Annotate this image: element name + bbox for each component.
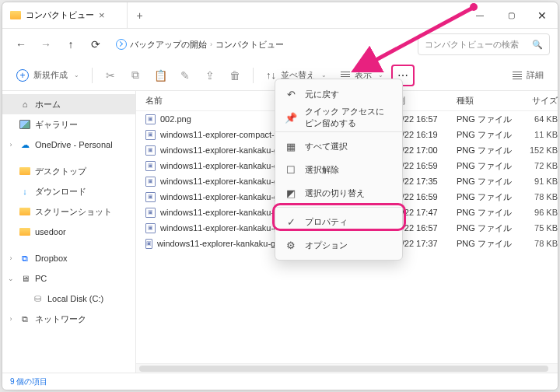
tab-current[interactable]: コンパクトビュー ×	[2, 2, 128, 29]
menu-item-invert[interactable]: ◩選択の切り替え	[275, 181, 402, 205]
sidebar-label: PC	[35, 274, 47, 283]
search-input[interactable]: コンパクトビューの検索 🔍	[418, 33, 550, 55]
file-name: windows11-explorer-kankaku-gy	[160, 177, 283, 186]
new-button[interactable]: + 新規作成 ⌄	[10, 64, 86, 87]
file-size: 78 KB	[519, 192, 558, 201]
expand-icon[interactable]: ›	[7, 315, 15, 323]
menu-item-undo[interactable]: ↶元に戻す	[275, 82, 402, 106]
separator	[253, 68, 254, 83]
sidebar-item-downloads[interactable]: ↓ダウンロード	[2, 181, 135, 201]
sidebar-item-home[interactable]: ⌂ホーム	[2, 94, 135, 114]
address-bar: ← → ↑ ⟳ バックアップの開始 › コンパクトビュー コンパクトビューの検索…	[2, 29, 558, 60]
sidebar-item-dropbox[interactable]: ›⧉Dropbox	[2, 248, 135, 268]
expand-icon[interactable]: ›	[7, 254, 15, 262]
forward-button[interactable]: →	[35, 33, 57, 55]
file-name: windows11-explorer-kankaku-gy	[160, 161, 283, 170]
back-button[interactable]: ←	[10, 33, 32, 55]
menu-item-select-none[interactable]: ☐選択解除	[275, 158, 402, 181]
sidebar-item-usedoor[interactable]: usedoor	[2, 222, 135, 242]
expand-icon[interactable]: ›	[7, 141, 15, 149]
folder-icon	[19, 166, 30, 177]
file-type: PNG ファイル	[457, 238, 519, 250]
sidebar: ⌂ホーム ギャラリー ›☁OneDrive - Personal デスクトップ …	[2, 91, 136, 373]
file-type: PNG ファイル	[457, 176, 519, 187]
folder-icon	[19, 226, 30, 237]
select-none-icon: ☐	[285, 164, 297, 176]
breadcrumb-part[interactable]: バックアップの開始	[130, 39, 207, 51]
search-icon: 🔍	[532, 40, 543, 50]
file-size: 78 KB	[519, 239, 558, 248]
chevron-down-icon: ⌄	[378, 72, 383, 79]
png-file-icon: ▣	[145, 208, 156, 218]
sidebar-item-pc[interactable]: ⌄🖥PC	[2, 268, 135, 289]
delete-button[interactable]: 🗑	[223, 64, 247, 87]
details-icon	[513, 72, 522, 79]
collapse-icon[interactable]: ⌄	[7, 275, 15, 282]
file-type: PNG ファイル	[457, 114, 519, 125]
sidebar-label: ネットワーク	[35, 313, 86, 325]
refresh-button[interactable]: ⟳	[85, 33, 107, 55]
close-button[interactable]: ✕	[527, 2, 558, 29]
plus-icon: +	[16, 69, 29, 82]
menu-separator	[275, 131, 402, 132]
tab-title: コンパクトビュー	[26, 9, 94, 21]
minimize-button[interactable]: ―	[464, 2, 495, 29]
status-bar: 9 個の項目	[2, 373, 558, 390]
new-label: 新規作成	[33, 69, 68, 81]
dropbox-icon: ⧉	[19, 253, 30, 264]
details-pane-button[interactable]: 詳細	[506, 64, 550, 87]
maximize-button[interactable]: ▢	[495, 2, 527, 29]
menu-label: 選択解除	[305, 164, 339, 176]
tab-close-icon[interactable]: ×	[99, 9, 105, 21]
up-button[interactable]: ↑	[60, 33, 82, 55]
sidebar-item-gallery[interactable]: ギャラリー	[2, 114, 135, 135]
title-bar: コンパクトビュー × + ― ▢ ✕	[2, 2, 558, 29]
network-icon: ⧉	[19, 313, 30, 324]
column-type[interactable]: 種類	[457, 95, 519, 107]
separator	[92, 68, 93, 83]
menu-item-select-all[interactable]: ▦すべて選択	[275, 135, 402, 158]
file-type: PNG ファイル	[457, 160, 519, 172]
png-file-icon: ▣	[145, 114, 156, 124]
sidebar-item-desktop[interactable]: デスクトップ	[2, 161, 135, 181]
rename-button[interactable]: ✎	[173, 64, 197, 87]
search-placeholder: コンパクトビューの検索	[425, 39, 519, 51]
png-file-icon: ▣	[145, 130, 156, 140]
menu-label: 元に戻す	[305, 89, 339, 100]
menu-item-pin[interactable]: 📌クイック アクセスにピン留めする	[275, 106, 402, 129]
pin-icon: 📌	[285, 112, 297, 124]
sidebar-label: デスクトップ	[35, 166, 86, 177]
paste-button[interactable]: 📋	[149, 64, 172, 87]
file-type: PNG ファイル	[457, 207, 519, 219]
sidebar-label: Dropbox	[35, 254, 68, 263]
file-size: 152 KB	[519, 145, 558, 155]
sidebar-item-localdisk[interactable]: ⛁Local Disk (C:)	[2, 289, 135, 309]
column-size[interactable]: サイズ	[519, 95, 558, 107]
cut-button[interactable]: ✂	[99, 64, 122, 87]
menu-label: 選択の切り替え	[305, 187, 365, 199]
sidebar-item-onedrive[interactable]: ›☁OneDrive - Personal	[2, 135, 135, 155]
chevron-right-icon: ›	[210, 40, 212, 48]
sidebar-label: ホーム	[35, 99, 61, 110]
select-all-icon: ▦	[285, 141, 297, 152]
horizontal-scrollbar[interactable]	[136, 363, 558, 373]
breadcrumb[interactable]: バックアップの開始 › コンパクトビュー	[116, 39, 284, 51]
menu-item-options[interactable]: ⚙オプション	[275, 233, 402, 257]
more-context-menu: ↶元に戻す 📌クイック アクセスにピン留めする ▦すべて選択 ☐選択解除 ◩選択…	[275, 79, 403, 261]
breadcrumb-part[interactable]: コンパクトビュー	[215, 39, 284, 51]
file-size: 64 KB	[519, 114, 558, 124]
details-label: 詳細	[527, 69, 544, 81]
new-tab-button[interactable]: +	[128, 9, 152, 22]
sidebar-item-screenshots[interactable]: スクリーンショット	[2, 201, 135, 222]
undo-icon: ↶	[285, 89, 297, 100]
share-button[interactable]: ⇪	[198, 64, 222, 87]
sidebar-label: OneDrive - Personal	[35, 140, 113, 149]
sidebar-label: usedoor	[35, 227, 66, 236]
sidebar-item-network[interactable]: ›⧉ネットワーク	[2, 309, 135, 329]
sidebar-label: ギャラリー	[35, 119, 78, 131]
menu-item-properties[interactable]: ✓プロパティ	[275, 210, 402, 233]
copy-button[interactable]: ⧉	[124, 64, 147, 87]
chevron-down-icon: ⌄	[321, 72, 327, 79]
item-count: 9 個の項目	[10, 376, 47, 387]
file-name: windows11-explorer-kankaku-gy	[160, 192, 283, 201]
